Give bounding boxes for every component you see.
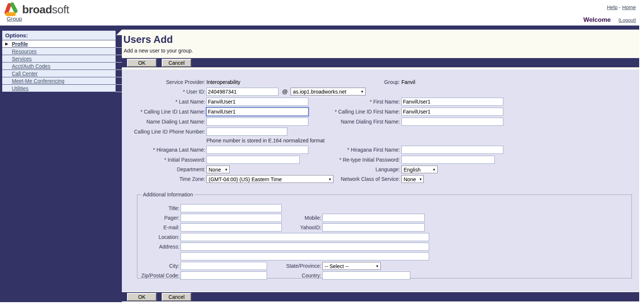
email-label: E-mail: xyxy=(137,224,179,230)
service-provider-label: Service Provider: xyxy=(122,79,205,85)
city-label: City: xyxy=(137,263,179,269)
hiragana-first-input[interactable] xyxy=(401,146,503,154)
row-address: Address: xyxy=(137,242,631,251)
row-name-dialing: Name Dialing Last Name: Name Dialing Fir… xyxy=(122,116,639,126)
broadsoft-logo: broadsoft xyxy=(2,1,69,17)
mobile-input[interactable] xyxy=(322,214,425,222)
page-description: Add a new user to your group. xyxy=(124,48,639,54)
row-passwords: * Initial Password: * Re-type Initial Pa… xyxy=(122,155,639,165)
sidebar-item-call-center[interactable]: Call Center xyxy=(2,70,116,77)
row-hiragana: * Hiragana Last Name: * Hiragana First N… xyxy=(122,145,639,155)
sidebar-item-profile-link[interactable]: Profile xyxy=(12,41,28,47)
help-home-links: Help - Home xyxy=(607,4,636,10)
phone-format-note: Phone number is stored in E.164 normaliz… xyxy=(206,138,325,143)
domain-select[interactable]: as.iop1.broadworks.net ▼ xyxy=(291,88,366,95)
language-select[interactable]: English ▼ xyxy=(401,166,438,173)
name-dialing-first-label: Name Dialing First Name: xyxy=(289,119,400,125)
additional-information-legend: Additional Information xyxy=(141,192,194,197)
home-link[interactable]: Home xyxy=(622,4,636,10)
location-label: Location: xyxy=(137,234,179,240)
row-location: Location: xyxy=(137,232,631,242)
chevron-down-icon: ▼ xyxy=(419,177,422,181)
title-input[interactable] xyxy=(181,204,282,212)
row-email-yahoo: E-mail: YahooID: xyxy=(137,223,631,232)
name-dialing-last-label: Name Dialing Last Name: xyxy=(122,119,205,125)
sidebar-item-acct-auth-codes-link[interactable]: Acct/Auth Codes xyxy=(12,63,50,69)
cancel-button-top[interactable]: Cancel xyxy=(162,59,191,67)
user-id-input[interactable] xyxy=(206,88,278,96)
user-form: Service Provider: Interoperability Group… xyxy=(122,70,639,291)
address-input[interactable] xyxy=(181,243,429,251)
help-link[interactable]: Help xyxy=(607,4,617,10)
cancel-button-bottom[interactable]: Cancel xyxy=(162,293,191,301)
row-address-line2 xyxy=(137,251,631,261)
row-city-state: City: State/Province: -- Select -- ▼ xyxy=(137,261,631,271)
corner-notch xyxy=(116,30,122,35)
sidebar-item-services[interactable]: Services xyxy=(2,55,116,63)
additional-information-fieldset: Additional Information Title: Pager: Mob… xyxy=(137,192,632,278)
initial-password-input[interactable] xyxy=(206,156,300,164)
row-names: * Last Name: * First Name: xyxy=(122,97,639,107)
sidebar-item-resources-link[interactable]: Resources xyxy=(12,48,37,54)
sidebar-item-services-link[interactable]: Services xyxy=(12,56,32,62)
network-class-of-service-select[interactable]: None ▼ xyxy=(401,175,424,183)
ok-button-top[interactable]: OK xyxy=(127,59,157,67)
title-label: Title: xyxy=(137,205,179,211)
sidebar-item-utilities-link[interactable]: Utilities xyxy=(12,85,28,91)
breadcrumb: Group xyxy=(7,16,22,22)
sidebar-item-resources[interactable]: Resources xyxy=(2,48,116,55)
sidebar-item-utilities[interactable]: Utilities xyxy=(2,85,116,92)
department-select[interactable]: None ▼ xyxy=(206,166,230,173)
clid-phone-input[interactable] xyxy=(206,128,287,136)
page-title: Users Add xyxy=(123,34,639,45)
main-content: Users Add Add a new user to your group. … xyxy=(122,30,639,302)
brand-light: soft xyxy=(52,3,69,16)
group-link[interactable]: Group xyxy=(7,16,22,22)
language-select-value: English xyxy=(404,166,421,172)
retype-password-input[interactable] xyxy=(401,156,495,164)
clid-first-name-label: * Calling Line ID First Name: xyxy=(289,109,400,115)
sidebar-item-call-center-link[interactable]: Call Center xyxy=(12,71,38,77)
clid-last-name-label: * Calling Line ID Last Name: xyxy=(122,109,205,115)
first-name-input[interactable] xyxy=(401,98,503,106)
clid-first-name-input[interactable] xyxy=(401,108,503,116)
link-separator: - xyxy=(617,4,622,10)
row-clid-phone: Calling Line ID Phone Number: xyxy=(122,126,639,136)
yahoo-id-label: YahooID: xyxy=(226,224,321,230)
welcome-text: Welcome xyxy=(583,16,611,24)
country-label: Country: xyxy=(226,273,321,278)
chevron-down-icon: ▼ xyxy=(432,168,436,171)
network-class-of-service-label: Network Class of Service: xyxy=(289,176,400,182)
sidebar-item-acct-auth-codes[interactable]: Acct/Auth Codes xyxy=(2,63,116,70)
group-value: Fanvil xyxy=(401,79,415,85)
options-panel: Options: ▶ Profile Resources Services Ac… xyxy=(2,31,116,93)
row-phone-note: Phone number is stored in E.164 normaliz… xyxy=(122,136,639,145)
row-timezone-ncos: Time Zone: (GMT-04:00) (US) Eastern Time… xyxy=(122,174,639,184)
user-id-label: * User ID: xyxy=(122,89,205,95)
row-pager-mobile: Pager: Mobile: xyxy=(137,213,631,223)
first-name-label: * First Name: xyxy=(289,99,400,105)
yahoo-id-input[interactable] xyxy=(322,223,425,232)
initial-password-label: * Initial Password: xyxy=(122,157,205,163)
location-input[interactable] xyxy=(181,233,429,241)
logout: [Logout] xyxy=(619,17,636,23)
department-label: Department: xyxy=(122,166,205,172)
sidebar-item-meet-me-conferencing-link[interactable]: Meet-Me Conferencing xyxy=(12,78,64,84)
row-zip-country: Zip/Postal Code: Country: xyxy=(137,271,631,280)
sidebar-item-profile[interactable]: ▶ Profile xyxy=(2,40,116,48)
group-label: Group: xyxy=(289,79,400,85)
state-province-select[interactable]: -- Select -- ▼ xyxy=(322,262,381,270)
service-provider-value: Interoperability xyxy=(206,79,240,85)
name-dialing-first-input[interactable] xyxy=(401,118,503,126)
state-province-label: State/Province: xyxy=(226,263,321,269)
address-line2-input[interactable] xyxy=(181,252,429,260)
options-title: Options: xyxy=(2,31,116,40)
sidebar-item-meet-me-conferencing[interactable]: Meet-Me Conferencing xyxy=(2,77,116,85)
country-input[interactable] xyxy=(322,271,410,280)
ok-button-bottom[interactable]: OK xyxy=(127,293,157,301)
hiragana-first-label: * Hiragana First Name: xyxy=(289,147,400,153)
ncos-select-value: None xyxy=(404,176,416,182)
state-province-select-value: -- Select -- xyxy=(325,263,349,269)
chevron-down-icon: ▼ xyxy=(376,264,379,268)
logout-link[interactable]: [Logout] xyxy=(619,17,636,23)
